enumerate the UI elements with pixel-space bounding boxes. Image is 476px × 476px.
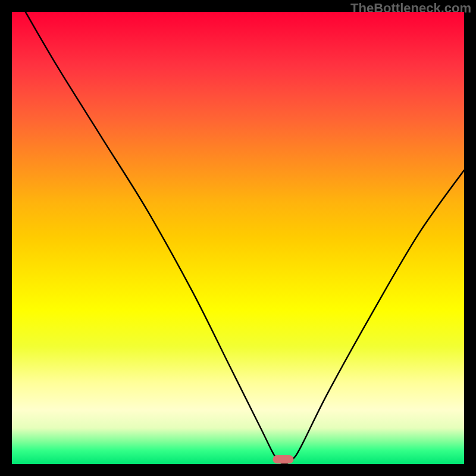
chart-frame: TheBottleneck.com [0,0,476,476]
plot-area [12,12,464,464]
bottleneck-curve [26,12,464,464]
curve-svg [12,12,464,464]
optimal-marker [273,455,294,464]
